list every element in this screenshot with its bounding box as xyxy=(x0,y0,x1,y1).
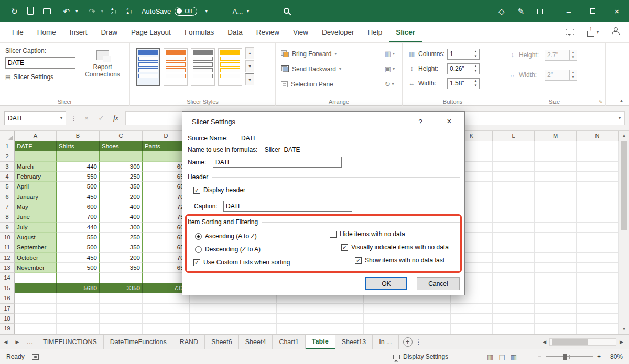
spinner-arrows-icon[interactable]: ▲▼ xyxy=(472,64,479,74)
quick-access-chevron-icon[interactable]: ▾ xyxy=(205,9,208,14)
expand-formula-bar-icon[interactable]: ▾ xyxy=(619,116,624,120)
cell-M10[interactable] xyxy=(535,233,577,242)
sheet-tab-chart1[interactable]: Chart1 xyxy=(273,335,306,349)
slicer-settings-button[interactable]: ▤ Slicer Settings xyxy=(5,73,75,81)
sheet-tab-table[interactable]: Table xyxy=(306,335,335,349)
rotate-button[interactable]: ↻▾ xyxy=(385,78,395,91)
macro-record-icon[interactable] xyxy=(32,354,39,360)
cell-E17[interactable] xyxy=(190,304,233,314)
sheet-tab-timefunctions[interactable]: TIMEFUNCTIONS xyxy=(37,335,104,349)
cell-M13[interactable] xyxy=(535,263,577,273)
scroll-up-icon[interactable]: ▲ xyxy=(619,131,629,140)
cell-N3[interactable] xyxy=(577,162,619,172)
cell-C6[interactable]: 200 xyxy=(100,192,143,202)
sheet-tab-rand[interactable]: RAND xyxy=(173,335,205,349)
cell-L8[interactable] xyxy=(493,212,535,222)
ascending-radio[interactable]: Ascending (A to Z) xyxy=(195,233,257,240)
cell-A7[interactable]: May xyxy=(15,202,57,212)
ribbon-tab-home[interactable]: Home xyxy=(30,22,63,42)
cell-H19[interactable] xyxy=(320,324,364,334)
cell-B17[interactable] xyxy=(57,304,100,314)
ribbon-tab-data[interactable]: Data xyxy=(221,22,250,42)
slicer-style-yellow[interactable] xyxy=(218,48,242,86)
column-header-C[interactable]: C xyxy=(100,131,143,141)
cell-B9[interactable]: 440 xyxy=(57,223,100,233)
scroll-left-icon[interactable]: ◀ xyxy=(541,339,548,345)
horizontal-scrollbar[interactable]: ◀ ▶ xyxy=(541,335,629,349)
cell-L1[interactable] xyxy=(493,141,535,151)
cell-L18[interactable] xyxy=(493,314,535,324)
cell-H18[interactable] xyxy=(320,314,364,324)
cell-B15[interactable]: 5680 xyxy=(57,283,100,293)
gallery-more-button[interactable]: ▾ xyxy=(245,73,254,85)
send-backward-button[interactable]: Send Backward ▾ xyxy=(281,62,341,75)
undo-button[interactable]: ↶▾ xyxy=(59,7,78,15)
dialog-help-button[interactable]: ? xyxy=(413,116,428,128)
cell-N17[interactable] xyxy=(577,304,619,314)
cell-N8[interactable] xyxy=(577,212,619,222)
row-header-11[interactable]: 11 xyxy=(0,242,15,252)
confirm-entry-icon[interactable]: ✓ xyxy=(96,114,106,122)
minimize-button[interactable]: – xyxy=(557,0,581,22)
row-header-2[interactable]: 2 xyxy=(0,151,15,161)
row-header-3[interactable]: 3 xyxy=(0,162,15,172)
cell-B1[interactable]: Shirts xyxy=(57,141,100,151)
cell-I17[interactable] xyxy=(364,304,407,314)
size-height-spinner[interactable]: 2.7"▲▼ xyxy=(545,50,577,61)
cell-A8[interactable]: June xyxy=(15,212,57,222)
cell-N18[interactable] xyxy=(577,314,619,324)
cell-B7[interactable]: 600 xyxy=(57,202,100,212)
name-input[interactable] xyxy=(213,157,342,168)
cell-C11[interactable]: 350 xyxy=(100,242,143,252)
cell-K17[interactable] xyxy=(451,304,493,314)
selection-pane-button[interactable]: Selection Pane xyxy=(281,78,341,91)
column-header-N[interactable]: N xyxy=(577,131,619,141)
ribbon-tab-page-layout[interactable]: Page Layout xyxy=(124,22,178,42)
cell-G19[interactable] xyxy=(277,324,320,334)
column-header-M[interactable]: M xyxy=(535,131,577,141)
vertical-scrollbar-thumb[interactable] xyxy=(621,141,627,230)
tab-overflow-button[interactable]: … xyxy=(23,335,37,349)
cell-N13[interactable] xyxy=(577,263,619,273)
cell-L7[interactable] xyxy=(493,202,535,212)
horizontal-scrollbar-track[interactable] xyxy=(549,338,616,346)
cell-F17[interactable] xyxy=(233,304,277,314)
sheet-tab-in-[interactable]: In ... xyxy=(373,335,398,349)
cell-A15[interactable] xyxy=(15,283,57,293)
cell-L13[interactable] xyxy=(493,263,535,273)
cell-E19[interactable] xyxy=(190,324,233,334)
cell-E18[interactable] xyxy=(190,314,233,324)
cell-D18[interactable] xyxy=(143,314,190,324)
cell-M16[interactable] xyxy=(535,293,577,303)
spinner-arrows-icon[interactable]: ▲▼ xyxy=(472,49,479,59)
ribbon-tab-review[interactable]: Review xyxy=(250,22,286,42)
vertical-scrollbar[interactable]: ▲ ▼ xyxy=(619,131,629,334)
cell-M7[interactable] xyxy=(535,202,577,212)
cell-A2[interactable] xyxy=(15,151,57,161)
cell-A12[interactable]: October xyxy=(15,253,57,263)
show-items-last-checkbox[interactable]: Show items with no data last xyxy=(355,257,444,264)
hide-items-checkbox[interactable]: Hide items with no data xyxy=(330,230,405,238)
sort-ascending-icon[interactable]: AZ↓ xyxy=(111,7,117,15)
cell-C1[interactable]: Shoes xyxy=(100,141,143,151)
cell-L17[interactable] xyxy=(493,304,535,314)
cancel-button[interactable]: Cancel xyxy=(417,277,460,290)
cell-M6[interactable] xyxy=(535,192,577,202)
tab-options-icon[interactable]: ⋮ xyxy=(416,338,422,346)
spinner-arrows-icon[interactable]: ▲▼ xyxy=(569,50,577,60)
cell-M14[interactable] xyxy=(535,273,577,283)
cell-M17[interactable] xyxy=(535,304,577,314)
diamond-icon[interactable]: ◇ xyxy=(498,7,505,15)
cell-N4[interactable] xyxy=(577,172,619,182)
custom-lists-checkbox[interactable]: Use Custom Lists when sorting xyxy=(193,259,290,266)
quick-access-overflow-button[interactable]: A... ▾ xyxy=(233,7,249,15)
row-header-15[interactable]: 15 xyxy=(0,283,15,293)
cell-M18[interactable] xyxy=(535,314,577,324)
row-header-9[interactable]: 9 xyxy=(0,223,15,233)
cell-L3[interactable] xyxy=(493,162,535,172)
column-header-B[interactable]: B xyxy=(57,131,100,141)
ribbon-tab-slicer[interactable]: Slicer xyxy=(389,22,422,42)
select-all-corner[interactable] xyxy=(0,131,15,141)
scroll-right-icon[interactable]: ▶ xyxy=(618,339,625,345)
cell-K18[interactable] xyxy=(451,314,493,324)
